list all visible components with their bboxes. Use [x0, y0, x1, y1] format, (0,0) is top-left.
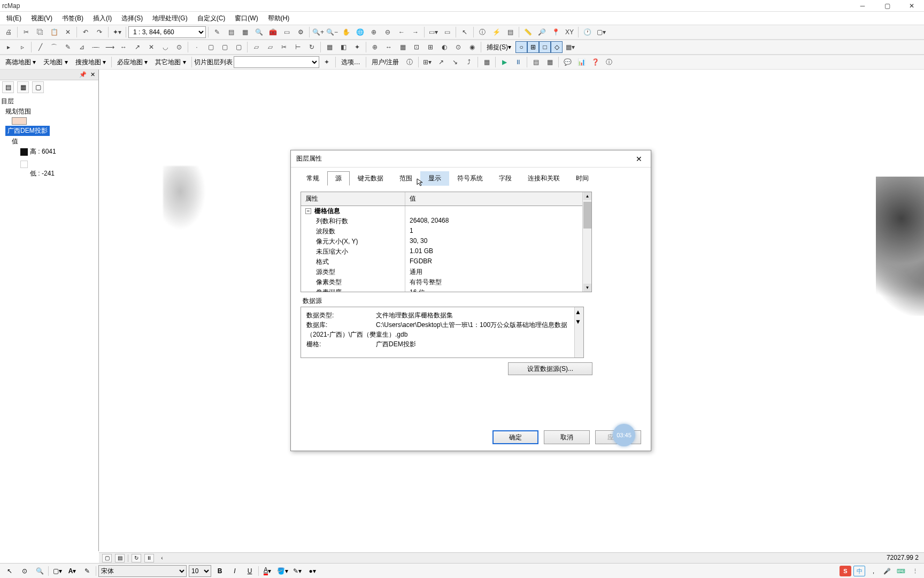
snap-toolbar-icon[interactable]: ▦▾ — [564, 41, 576, 54]
find-route-icon[interactable]: 📍 — [549, 26, 562, 39]
forward-extent-icon[interactable]: → — [409, 26, 422, 39]
nav-4-icon[interactable]: ⤴ — [463, 56, 475, 69]
pin-icon[interactable]: 📌 — [79, 71, 87, 79]
ds-scroll-down-icon[interactable]: ▼ — [575, 317, 583, 326]
nav-2-icon[interactable]: ↗ — [435, 56, 448, 69]
bold-icon[interactable]: B — [213, 565, 226, 577]
print-icon[interactable]: 🖨 — [2, 26, 15, 39]
scroll-thumb[interactable] — [583, 202, 591, 229]
copy-icon[interactable]: ⿻ — [34, 26, 47, 39]
catalog-icon[interactable]: ▦ — [238, 26, 251, 39]
sketch-properties-icon[interactable]: ◧ — [337, 41, 350, 54]
select-features-icon[interactable]: ▭▾ — [427, 26, 440, 39]
soso-map-menu[interactable]: 搜搜地图 ▾ — [72, 57, 109, 68]
redo-icon[interactable]: ↷ — [93, 26, 106, 39]
root-layers-node[interactable]: 目层 — [1, 96, 97, 107]
ok-button[interactable]: 确定 — [492, 430, 538, 444]
tangent-icon[interactable]: ⊙ — [173, 41, 186, 54]
search-window-icon[interactable]: 🔍 — [252, 26, 265, 39]
tool-a-icon[interactable]: ▤ — [529, 56, 542, 69]
maximize-button[interactable]: ▢ — [875, 0, 899, 12]
map-canvas[interactable]: 图层属性 ✕ 常规 源 键元数据 范围 显示 符号系统 字段 连接和关联 时间 … — [99, 70, 924, 551]
scroll-up-icon[interactable]: ▲ — [583, 192, 591, 200]
refresh-icon[interactable]: ↻ — [132, 554, 141, 562]
tab-symbology[interactable]: 符号系统 — [449, 171, 491, 186]
marker-color-icon[interactable]: ●▾ — [306, 565, 319, 577]
scale-combo[interactable]: 1 : 3, 844, 660 — [128, 26, 206, 38]
bing-map-menu[interactable]: 必应地图 ▾ — [114, 57, 151, 68]
user-info-icon[interactable]: ⓘ — [403, 56, 416, 69]
menu-select[interactable]: 选择(S) — [117, 13, 147, 24]
tile-refresh-icon[interactable]: ✦ — [320, 56, 333, 69]
reshape-icon[interactable]: ▱ — [264, 41, 276, 54]
sketch-1-icon[interactable]: ▢ — [204, 41, 217, 54]
georef-5-icon[interactable]: ⊞ — [424, 41, 437, 54]
ime-keyboard-icon[interactable]: ⌨ — [895, 566, 907, 576]
layer-planning[interactable]: 规划范围 — [1, 107, 97, 117]
text-icon[interactable]: A▾ — [66, 565, 79, 577]
italic-icon[interactable]: I — [228, 565, 241, 577]
right-angle-icon[interactable]: ⊿ — [75, 41, 88, 54]
menu-bookmark[interactable]: 书签(B) — [58, 13, 88, 24]
paste-icon[interactable]: 📋 — [48, 26, 60, 39]
tab-general[interactable]: 常规 — [298, 171, 327, 186]
group-raster-info[interactable]: −栅格信息 — [301, 206, 591, 216]
nav-3-icon[interactable]: ↘ — [449, 56, 461, 69]
edit-text-icon[interactable]: ✎ — [81, 565, 94, 577]
straight-segment-icon[interactable]: ╱ — [34, 41, 47, 54]
underline-icon[interactable]: U — [243, 565, 256, 577]
ime-settings-icon[interactable]: ⋮ — [909, 566, 921, 576]
play-icon[interactable]: ▶ — [498, 56, 511, 69]
undo-icon[interactable]: ↶ — [79, 26, 92, 39]
rotate-icon[interactable]: ↻ — [305, 41, 318, 54]
minimize-button[interactable]: ─ — [850, 0, 875, 12]
dialog-close-button[interactable]: ✕ — [633, 153, 645, 165]
info-icon[interactable]: ⓘ — [603, 56, 615, 69]
python-icon[interactable]: ▭ — [280, 26, 293, 39]
other-map-menu[interactable]: 其它地图 ▾ — [152, 57, 189, 68]
menu-insert[interactable]: 插入(I) — [89, 13, 116, 24]
tab-extent[interactable]: 范围 — [391, 171, 420, 186]
fill-color-icon[interactable]: 🪣▾ — [276, 565, 289, 577]
time-slider-icon[interactable]: 🕐 — [581, 26, 594, 39]
measure-icon[interactable]: 📏 — [521, 26, 534, 39]
chevron-left-icon[interactable]: ‹ — [157, 554, 167, 562]
edit-tool-icon[interactable]: ▸ — [2, 41, 15, 54]
ds-scrollbar[interactable]: ▲ ▼ — [574, 307, 583, 358]
back-extent-icon[interactable]: ← — [395, 26, 408, 39]
point-icon[interactable]: · — [190, 41, 203, 54]
split-icon[interactable]: ⊢ — [291, 41, 304, 54]
line-color-icon[interactable]: ✎▾ — [291, 565, 304, 577]
full-extent-icon[interactable]: 🌐 — [353, 26, 366, 39]
fixed-zoom-in-icon[interactable]: ⊕ — [367, 26, 380, 39]
georef-7-icon[interactable]: ⊙ — [452, 41, 465, 54]
editor-toolbar-icon[interactable]: ✎ — [211, 26, 224, 39]
collapse-icon[interactable]: − — [305, 208, 311, 214]
menu-edit[interactable]: 辑(E) — [2, 13, 26, 24]
identify-icon[interactable]: ⓘ — [476, 26, 489, 39]
modelbuilder-icon[interactable]: ⚙ — [294, 26, 307, 39]
menu-help[interactable]: 帮助(H) — [264, 13, 294, 24]
intersection-icon[interactable]: ✕ — [145, 41, 158, 54]
options-button[interactable]: 选项… — [338, 57, 364, 68]
clear-selection-icon[interactable]: ▭ — [441, 26, 453, 39]
goto-xy-icon[interactable]: XY — [563, 26, 576, 39]
list-by-visibility-icon[interactable]: ▢ — [32, 81, 44, 93]
edit-annotation-icon[interactable]: ▹ — [16, 41, 29, 54]
chart-icon[interactable]: 📊 — [575, 56, 588, 69]
snap-end-icon[interactable]: ⊞ — [527, 41, 539, 53]
list-by-source-icon[interactable]: ▦ — [17, 81, 29, 93]
end-point-icon[interactable]: ⟶ — [103, 41, 116, 54]
arctoolbox-icon[interactable]: 🧰 — [266, 26, 279, 39]
layer-dem[interactable]: 广西DEM投影 — [1, 125, 97, 136]
create-viewer-icon[interactable]: ▢▾ — [595, 26, 607, 39]
attributes-icon[interactable]: ▦ — [323, 41, 336, 54]
sketch-2-icon[interactable]: ▢ — [218, 41, 231, 54]
set-datasource-button[interactable]: 设置数据源(S)... — [508, 362, 592, 375]
sogou-ime-icon[interactable]: S — [840, 566, 851, 576]
select-elements-icon[interactable]: ↖ — [3, 565, 16, 577]
ds-scroll-up-icon[interactable]: ▲ — [575, 307, 583, 317]
tab-key-metadata[interactable]: 键元数据 — [350, 171, 391, 186]
georef-1-icon[interactable]: ⊕ — [368, 41, 381, 54]
sketch-3-icon[interactable]: ▢ — [232, 41, 245, 54]
